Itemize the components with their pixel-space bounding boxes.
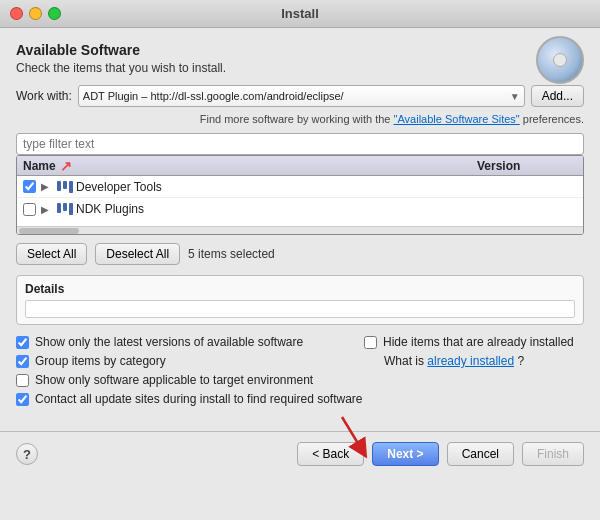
option-row: Show only the latest versions of availab… [16, 335, 364, 349]
finish-button[interactable]: Finish [522, 442, 584, 466]
filter-input[interactable] [16, 133, 584, 155]
arrow-indicator [322, 412, 372, 460]
deselect-all-button[interactable]: Deselect All [95, 243, 180, 265]
details-title: Details [25, 282, 575, 296]
svg-line-0 [342, 417, 362, 450]
option-checkbox-target-env[interactable] [16, 374, 29, 387]
row-checkbox-container[interactable] [23, 180, 41, 193]
package-icon [57, 181, 73, 193]
next-button-container: Next > [372, 442, 438, 466]
section-subtitle: Check the items that you wish to install… [16, 61, 584, 75]
option-label: Show only software applicable to target … [35, 373, 313, 387]
title-bar: Install [0, 0, 600, 28]
select-all-button[interactable]: Select All [16, 243, 87, 265]
option-label: Show only the latest versions of availab… [35, 335, 303, 349]
row-label: NDK Plugins [76, 202, 477, 216]
details-section: Details [16, 275, 584, 325]
already-installed-link[interactable]: already installed [427, 354, 514, 368]
name-column-header: Name ↗ [23, 158, 477, 174]
work-with-value: ADT Plugin – http://dl-ssl.google.com/an… [83, 90, 344, 102]
minimize-button[interactable] [29, 7, 42, 20]
row-checkbox-developer-tools[interactable] [23, 180, 36, 193]
table-header: Name ↗ Version [17, 156, 583, 176]
cancel-button[interactable]: Cancel [447, 442, 514, 466]
row-checkbox-container[interactable] [23, 203, 41, 216]
next-button[interactable]: Next > [372, 442, 438, 466]
maximize-button[interactable] [48, 7, 61, 20]
option-label: Hide items that are already installed [383, 335, 574, 349]
work-with-dropdown[interactable]: ADT Plugin – http://dl-ssl.google.com/an… [78, 85, 525, 107]
table-row: ▶ NDK Plugins [17, 198, 583, 220]
section-title: Available Software [16, 42, 584, 58]
work-with-row: Work with: ADT Plugin – http://dl-ssl.go… [16, 85, 584, 107]
window-controls[interactable] [10, 7, 61, 20]
options-section: Show only the latest versions of availab… [16, 335, 584, 411]
close-button[interactable] [10, 7, 23, 20]
footer-right: < Back Next > Cancel Finish [297, 442, 584, 466]
cd-icon [536, 36, 584, 84]
options-left: Show only the latest versions of availab… [16, 335, 364, 411]
selection-button-row: Select All Deselect All 5 items selected [16, 243, 584, 265]
window-title: Install [281, 6, 319, 21]
row-checkbox-ndk-plugins[interactable] [23, 203, 36, 216]
expand-icon[interactable]: ▶ [41, 204, 57, 215]
footer: ? < Back Next > Cancel Finish [0, 431, 600, 476]
table-body: ▶ Developer Tools ▶ [17, 176, 583, 226]
work-with-label: Work with: [16, 89, 72, 103]
add-button[interactable]: Add... [531, 85, 584, 107]
dropdown-arrow-icon: ▼ [510, 91, 520, 102]
option-row: Show only software applicable to target … [16, 373, 364, 387]
option-checkbox-hide-installed[interactable] [364, 336, 377, 349]
options-right: Hide items that are already installed Wh… [364, 335, 584, 411]
footer-left: ? [16, 443, 38, 465]
details-content [25, 300, 575, 318]
table-scrollbar[interactable] [17, 226, 583, 234]
version-column-header: Version [477, 159, 577, 173]
help-button[interactable]: ? [16, 443, 38, 465]
available-software-sites-link[interactable]: "Available Software Sites" [394, 113, 520, 125]
option-checkbox-contact-sites[interactable] [16, 393, 29, 406]
option-label: Group items by category [35, 354, 166, 368]
option-checkbox-latest-versions[interactable] [16, 336, 29, 349]
already-installed-row: What is already installed ? [384, 354, 584, 368]
items-selected-label: 5 items selected [188, 247, 275, 261]
already-installed-prefix: What is [384, 354, 427, 368]
table-row: ▶ Developer Tools [17, 176, 583, 198]
option-row: Contact all update sites during install … [16, 392, 364, 406]
option-row: Hide items that are already installed [364, 335, 584, 349]
option-checkbox-group-items[interactable] [16, 355, 29, 368]
option-label: Contact all update sites during install … [35, 392, 363, 406]
sort-arrow-icon: ↗ [60, 158, 72, 174]
package-icon [57, 203, 73, 215]
row-label: Developer Tools [76, 180, 477, 194]
option-row: Group items by category [16, 354, 364, 368]
find-row: Find more software by working with the "… [16, 113, 584, 125]
find-text: Find more software by working with the [200, 113, 394, 125]
software-table: Name ↗ Version ▶ Develope [16, 155, 584, 235]
find-suffix: preferences. [523, 113, 584, 125]
already-installed-suffix: ? [517, 354, 524, 368]
expand-icon[interactable]: ▶ [41, 181, 57, 192]
